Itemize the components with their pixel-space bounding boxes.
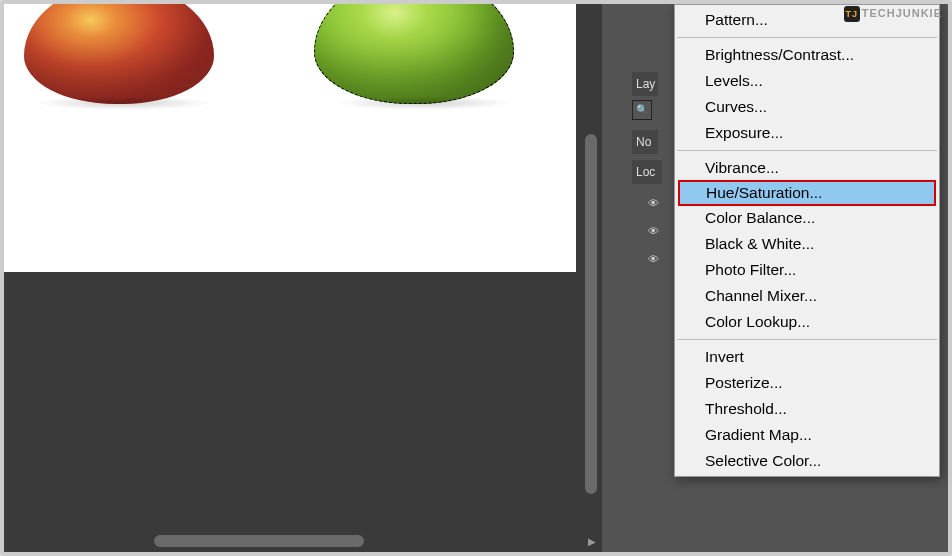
adjustment-layer-menu: Pattern...Brightness/Contrast...Levels..… (674, 4, 940, 477)
object-red-apple (24, 4, 214, 104)
menu-item-gradient-map[interactable]: Gradient Map... (675, 422, 939, 448)
blend-mode-dropdown[interactable]: No (632, 130, 658, 154)
menu-item-posterize[interactable]: Posterize... (675, 370, 939, 396)
menu-item-levels[interactable]: Levels... (675, 68, 939, 94)
document-canvas[interactable] (4, 4, 576, 272)
menu-item-invert[interactable]: Invert (675, 344, 939, 370)
menu-item-selective-color[interactable]: Selective Color... (675, 448, 939, 474)
menu-item-channel-mixer[interactable]: Channel Mixer... (675, 283, 939, 309)
menu-separator (677, 339, 937, 340)
menu-item-vibrance[interactable]: Vibrance... (675, 155, 939, 181)
object-green-apple (314, 4, 514, 104)
menu-item-curves[interactable]: Curves... (675, 94, 939, 120)
layers-tab[interactable]: Lay (632, 72, 658, 96)
canvas-area: ▶ (4, 4, 602, 552)
menu-item-hue-saturation[interactable]: Hue/Saturation... (678, 180, 936, 206)
menu-separator (677, 150, 937, 151)
menu-item-photo-filter[interactable]: Photo Filter... (675, 257, 939, 283)
watermark-text: TECHJUNKIE (862, 7, 942, 19)
scroll-right-icon[interactable]: ▶ (584, 534, 600, 550)
visibility-icon[interactable]: 👁 (644, 194, 662, 212)
menu-item-threshold[interactable]: Threshold... (675, 396, 939, 422)
menu-item-black-white[interactable]: Black & White... (675, 231, 939, 257)
lock-label: Loc (632, 160, 662, 184)
visibility-icon[interactable]: 👁 (644, 222, 662, 240)
watermark: TJTECHJUNKIE (844, 6, 942, 22)
menu-item-exposure[interactable]: Exposure... (675, 120, 939, 146)
search-icon[interactable]: 🔍 (632, 100, 652, 120)
watermark-logo-icon: TJ (844, 6, 860, 22)
menu-item-color-balance[interactable]: Color Balance... (675, 205, 939, 231)
visibility-icon[interactable]: 👁 (644, 250, 662, 268)
menu-item-color-lookup[interactable]: Color Lookup... (675, 309, 939, 335)
menu-item-brightness-contrast[interactable]: Brightness/Contrast... (675, 42, 939, 68)
horizontal-scrollbar[interactable] (4, 532, 582, 550)
vertical-scrollbar[interactable] (582, 4, 600, 532)
horizontal-scroll-thumb[interactable] (154, 535, 364, 547)
shadow-green-apple (334, 96, 514, 110)
vertical-scroll-thumb[interactable] (585, 134, 597, 494)
shadow-red-apple (34, 96, 214, 110)
menu-separator (677, 37, 937, 38)
